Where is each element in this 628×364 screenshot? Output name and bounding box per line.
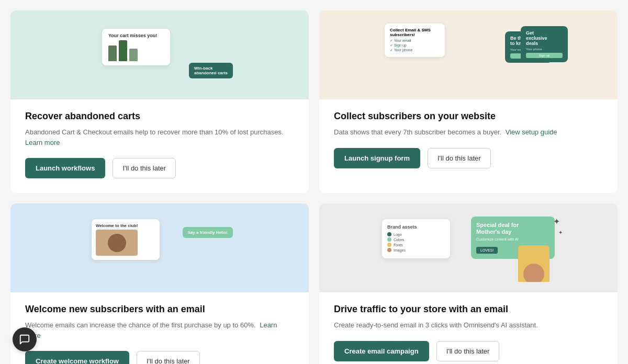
card-title-traffic: Drive traffic to your store with an emai… bbox=[334, 304, 603, 315]
card-welcome: Welcome to the club! Say a friendly Hell… bbox=[10, 203, 309, 364]
card-desc-welcome: Welcome emails can increase the chance o… bbox=[25, 320, 294, 340]
brand-assets-card: Brand assets Logo Colors Fonts bbox=[382, 219, 450, 258]
hello-tag: Say a friendly Hello! bbox=[183, 227, 233, 238]
card-image-collect: Collect Email & SMSsubscribers! ✓ Your e… bbox=[319, 10, 618, 99]
card-image-recover: Your cart misses you! Win-backabandoned … bbox=[10, 10, 309, 99]
card-title-welcome: Welcome new subscribers with an email bbox=[25, 304, 294, 315]
setup-guide-link[interactable]: View setup guide bbox=[506, 128, 557, 136]
card-recover-carts: Your cart misses you! Win-backabandoned … bbox=[10, 10, 309, 193]
card-desc-traffic: Create ready-to-send email in 3 clicks w… bbox=[334, 320, 603, 331]
launch-signup-form-button[interactable]: Launch signup form bbox=[334, 148, 420, 168]
card-title-collect: Collect subscribers on your website bbox=[334, 111, 603, 122]
traffic-illustration: Brand assets Logo Colors Fonts bbox=[372, 214, 565, 282]
phone-card-title: Your cart misses you! bbox=[108, 33, 164, 38]
sparkle-icon: ✦ bbox=[553, 217, 560, 226]
subs-illustration: Collect Email & SMSsubscribers! ✓ Your e… bbox=[369, 21, 568, 89]
card-actions-welcome: Create welcome workflow I'll do this lat… bbox=[10, 351, 309, 364]
card-drive-traffic: Brand assets Logo Colors Fonts bbox=[319, 203, 618, 364]
card-collect-subscribers: Collect Email & SMSsubscribers! ✓ Your e… bbox=[319, 10, 618, 193]
card-image-welcome: Welcome to the club! Say a friendly Hell… bbox=[10, 203, 309, 292]
card-image-traffic: Brand assets Logo Colors Fonts bbox=[319, 203, 618, 292]
illustration-collect: Collect Email & SMSsubscribers! ✓ Your e… bbox=[319, 10, 618, 99]
card-body-recover: Recover abandoned carts Abandoned Cart &… bbox=[10, 99, 309, 147]
winback-tag: Win-backabandoned carts bbox=[189, 63, 233, 78]
later-button-collect[interactable]: I'll do this later bbox=[428, 148, 491, 168]
later-button-welcome[interactable]: I'll do this later bbox=[137, 351, 200, 364]
exclusive-card: Getexclusivedeals Your phone Sign up bbox=[521, 26, 568, 62]
card-body-welcome: Welcome new subscribers with an email We… bbox=[10, 292, 309, 340]
launch-workflows-button[interactable]: Launch workflows bbox=[25, 158, 105, 178]
later-button-traffic[interactable]: I'll do this later bbox=[436, 341, 500, 361]
learn-more-link-recover[interactable]: Learn more bbox=[25, 139, 60, 146]
card-title-recover: Recover abandoned carts bbox=[25, 111, 294, 122]
welcome-phone-card: Welcome to the club! bbox=[92, 219, 160, 260]
create-welcome-workflow-button[interactable]: Create welcome workflow bbox=[25, 351, 129, 364]
create-email-campaign-button[interactable]: Create email campaign bbox=[334, 341, 429, 361]
exclusive-signup-btn[interactable]: Sign up bbox=[526, 53, 563, 58]
phone-card: Your cart misses you! bbox=[102, 29, 170, 65]
chat-button[interactable] bbox=[13, 327, 37, 351]
card-desc-collect: Data shows that every 7th subscriber bec… bbox=[334, 127, 603, 138]
illustration-welcome: Welcome to the club! Say a friendly Hell… bbox=[10, 203, 309, 292]
later-button-recover[interactable]: I'll do this later bbox=[113, 158, 176, 178]
sparkle-icon-small: ✦ bbox=[558, 230, 563, 235]
card-actions-traffic: Create email campaign I'll do this later bbox=[319, 341, 618, 361]
person-illustration bbox=[518, 245, 550, 282]
cart-illustration: Your cart misses you! Win-backabandoned … bbox=[76, 21, 243, 89]
card-body-collect: Collect subscribers on your website Data… bbox=[319, 99, 618, 138]
card-desc-recover: Abandoned Cart & Checkout emails help to… bbox=[25, 127, 294, 147]
card-body-traffic: Drive traffic to your store with an emai… bbox=[319, 292, 618, 331]
illustration-recover: Your cart misses you! Win-backabandoned … bbox=[10, 10, 309, 99]
welcome-illustration: Welcome to the club! Say a friendly Hell… bbox=[71, 214, 249, 282]
card-actions-recover: Launch workflows I'll do this later bbox=[10, 158, 309, 178]
card-grid: Your cart misses you! Win-backabandoned … bbox=[10, 10, 618, 364]
customize-btn[interactable]: LOVES! bbox=[476, 247, 498, 254]
chat-icon bbox=[19, 334, 30, 345]
collect-popup: Collect Email & SMSsubscribers! ✓ Your e… bbox=[385, 24, 445, 57]
card-actions-collect: Launch signup form I'll do this later bbox=[319, 148, 618, 168]
illustration-traffic: Brand assets Logo Colors Fonts bbox=[319, 203, 618, 292]
